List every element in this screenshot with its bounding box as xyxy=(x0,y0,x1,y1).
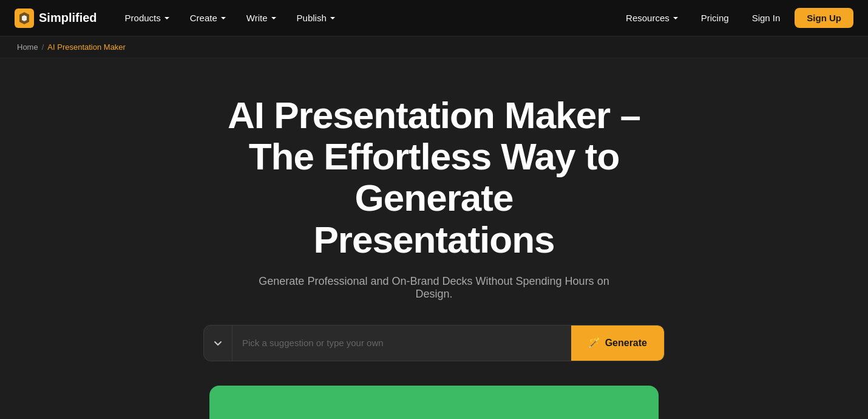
chevron-down-icon xyxy=(270,15,277,22)
breadcrumb: Home / AI Presentation Maker xyxy=(0,36,868,58)
sign-up-button[interactable]: Sign Up xyxy=(795,8,853,28)
nav-left: Simplified Products Create Write Publish xyxy=(15,8,345,28)
preview-card xyxy=(209,386,659,419)
hero-subtitle: Generate Professional and On-Brand Decks… xyxy=(252,275,616,301)
nav-resources[interactable]: Resources xyxy=(617,8,688,28)
nav-products[interactable]: Products xyxy=(117,8,179,28)
breadcrumb-current[interactable]: AI Presentation Maker xyxy=(47,43,126,52)
suggestion-dropdown-toggle[interactable] xyxy=(204,325,232,361)
breadcrumb-home[interactable]: Home xyxy=(17,43,38,52)
prompt-input-bar: 🪄 Generate xyxy=(203,325,665,361)
chevron-down-icon xyxy=(163,15,171,22)
sign-in-button[interactable]: Sign In xyxy=(742,8,790,28)
nav-publish[interactable]: Publish xyxy=(288,8,345,28)
chevron-down-icon xyxy=(329,15,336,22)
chevron-down-icon xyxy=(220,15,227,22)
nav-create[interactable]: Create xyxy=(181,8,236,28)
brand-name: Simplified xyxy=(39,11,97,25)
hero-section: AI Presentation Maker – The Effortless W… xyxy=(0,58,868,419)
prompt-input[interactable] xyxy=(232,338,571,348)
chevron-down-icon xyxy=(672,15,679,22)
generate-button[interactable]: 🪄 Generate xyxy=(571,325,664,361)
nav-items: Products Create Write Publish xyxy=(117,8,345,28)
logo-icon xyxy=(15,9,34,28)
logo-link[interactable]: Simplified xyxy=(15,9,97,28)
navbar: Simplified Products Create Write Publish… xyxy=(0,0,868,36)
breadcrumb-separator: / xyxy=(42,43,44,52)
chevron-down-icon xyxy=(212,338,223,349)
nav-pricing[interactable]: Pricing xyxy=(693,8,737,28)
nav-write[interactable]: Write xyxy=(238,8,286,28)
hero-title: AI Presentation Maker – The Effortless W… xyxy=(191,95,677,261)
nav-right: Resources Pricing Sign In Sign Up xyxy=(617,8,853,28)
wand-icon: 🪄 xyxy=(588,337,600,349)
